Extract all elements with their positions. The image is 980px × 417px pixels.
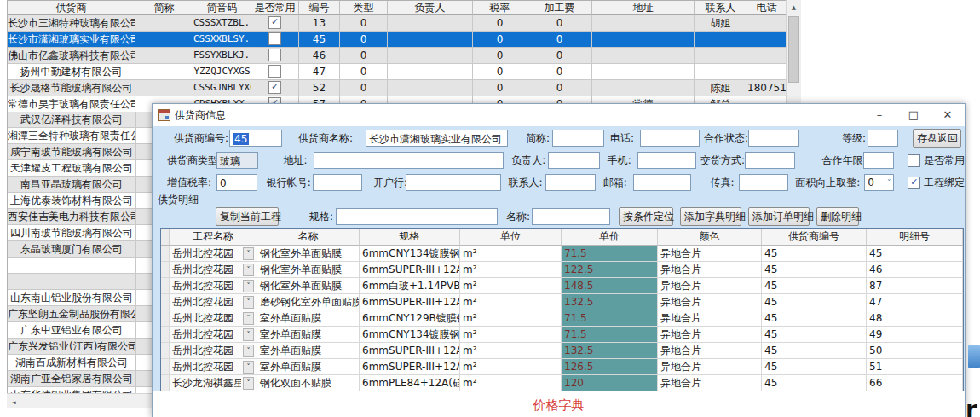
cell-price[interactable]: 148.5 xyxy=(562,278,658,294)
scroll-left-icon[interactable] xyxy=(7,395,20,407)
column-header[interactable]: 明细号 xyxy=(867,229,963,246)
detail-row[interactable]: 岳州北控花园 钢化室外单面贴膜 6mmSUPER-III+12A(硅... m²… xyxy=(161,262,963,278)
column-header[interactable]: 单价 xyxy=(562,229,658,246)
add-order-detail-button[interactable]: 添加订单明细 xyxy=(748,207,810,226)
column-header[interactable]: 工程名称 xyxy=(170,229,257,246)
grid-vertical-scrollbar[interactable] xyxy=(786,0,801,103)
project-combo-cell[interactable]: 岳州北控花园 xyxy=(170,246,257,262)
common-checkbox[interactable] xyxy=(268,16,281,29)
detail-row[interactable]: 长沙龙湖祺鑫星座 钢化双面不贴膜 6mmPLE84+12A(硅酮胶... m² … xyxy=(161,375,963,391)
supplier-row[interactable]: 广东坚朗五金制品股份有限公司 xyxy=(8,306,153,322)
supplier-name-input[interactable]: 长沙市潇湘玻璃实业有限公司 xyxy=(366,130,508,147)
round-up-select[interactable]: 0˅ xyxy=(864,174,894,191)
column-header[interactable]: 单位 xyxy=(460,229,562,246)
column-header[interactable]: 地址 xyxy=(592,1,695,15)
maximize-button[interactable]: □ xyxy=(896,104,931,126)
cell-price[interactable]: 120 xyxy=(562,375,658,391)
address-input[interactable] xyxy=(314,152,504,169)
dialog-titlebar[interactable]: 供货商信息 – □ ✕ xyxy=(153,104,965,126)
cell-price[interactable]: 71.5 xyxy=(562,246,658,262)
supplier-row[interactable]: 佛山市亿鑫玻璃科技有限公司 FSSYXBLKJ.. 46 0 0 0 xyxy=(8,48,787,64)
column-header[interactable]: 是否常用 xyxy=(251,1,299,15)
bank-account-input[interactable] xyxy=(313,174,362,191)
mobile-input[interactable] xyxy=(637,152,696,169)
add-dict-detail-button[interactable]: 添加字典明细 xyxy=(680,207,741,226)
supplier-row[interactable]: 湘潭三全特种玻璃有限责任公司 xyxy=(8,128,153,144)
common-checkbox[interactable] xyxy=(268,49,281,61)
project-combo-cell[interactable]: 岳州北控花园 xyxy=(170,327,257,343)
chevron-down-icon[interactable] xyxy=(243,328,254,341)
supplier-row[interactable]: 湖南广亚全铝家居有限公司 xyxy=(8,371,153,387)
supplier-row[interactable]: 长沙市潇湘玻璃实业有限公司 CSSXXBLSY.. 45 0 0 0 xyxy=(8,32,787,48)
supplier-row[interactable]: 湖南百成新材料有限公司 xyxy=(8,355,153,371)
supplier-row[interactable] xyxy=(8,258,153,274)
supplier-row[interactable] xyxy=(8,274,153,290)
project-combo-cell[interactable]: 岳州北控花园 xyxy=(170,278,257,294)
supplier-row[interactable]: 长沙晟格节能玻璃有限公司 CSSGJNBLYXGS 52 0 0 0 陈姐 18… xyxy=(8,80,787,96)
supplier-row[interactable]: 广东兴发铝业(江西)有限公司 xyxy=(8,339,153,355)
coop-status-input[interactable] xyxy=(748,130,799,147)
column-header[interactable]: 名称 xyxy=(257,229,360,246)
manager-input[interactable] xyxy=(548,152,599,169)
supplier-row[interactable]: 天津耀皮工程玻璃有限公司 xyxy=(8,160,153,177)
project-bind-checkbox[interactable] xyxy=(908,177,920,189)
detail-row[interactable]: 岳州北控花园 磨砂钢化室外单面贴膜 6mmSUPER-III+12A(硅... … xyxy=(161,294,963,310)
project-combo-cell[interactable]: 岳州北控花园 xyxy=(170,359,257,375)
column-header[interactable]: 简称 xyxy=(135,1,193,15)
chevron-down-icon[interactable] xyxy=(243,345,254,357)
delete-detail-button[interactable]: 删除明细 xyxy=(816,207,859,226)
column-header[interactable]: 颜色 xyxy=(658,229,762,246)
chevron-down-icon[interactable] xyxy=(243,247,254,260)
supplier-row[interactable]: 扬州中勤建材有限公司 YZZQJCYXGS 47 0 0 0 xyxy=(8,64,787,80)
cell-price[interactable]: 132.5 xyxy=(562,343,658,359)
project-combo-cell[interactable]: 岳州北控花园 xyxy=(170,343,257,359)
detail-row[interactable]: 岳州北控花园 钢化室外单面贴膜 6mmCNY134镀膜钢化 m² 71.5 异地… xyxy=(161,246,963,262)
chevron-down-icon[interactable] xyxy=(243,377,254,390)
contact-input[interactable] xyxy=(545,174,596,191)
email-input[interactable] xyxy=(633,174,691,191)
detail-row[interactable]: 岳州北控花园 室外单面贴膜 6mmSUPER-III+12A(硅... m² 1… xyxy=(161,343,963,359)
chevron-down-icon[interactable] xyxy=(243,312,254,325)
grade-input[interactable] xyxy=(868,130,898,147)
delivery-input[interactable] xyxy=(745,152,795,169)
column-header[interactable]: 联系人 xyxy=(695,1,747,15)
supplier-row[interactable]: 上海优泰装饰材料有限公司 xyxy=(8,193,153,209)
common-checkbox[interactable] xyxy=(268,32,281,45)
column-header[interactable]: 类型 xyxy=(340,1,388,15)
column-header[interactable]: 供货商 xyxy=(8,1,135,15)
scroll-up-icon[interactable] xyxy=(787,0,801,14)
cell-price[interactable]: 126.5 xyxy=(562,359,658,375)
supplier-type-input[interactable]: 玻璃 xyxy=(216,152,258,169)
common-checkbox[interactable] xyxy=(268,65,281,78)
cell-price[interactable]: 132.5 xyxy=(562,294,658,310)
supplier-row[interactable]: 山东华建铝业集团有限公司 xyxy=(8,387,153,393)
supplier-row[interactable]: 山东南山铝业股份有限公司 xyxy=(8,290,153,306)
chevron-down-icon[interactable] xyxy=(243,264,254,276)
supplier-row[interactable]: 西安佳吉美电力科技有限公司 xyxy=(8,209,153,225)
bank-input[interactable] xyxy=(406,174,501,191)
supplier-row[interactable]: 长沙市三湘特种玻璃有限公司 CSSSXTZBL.. 13 0 0 0 胡姐 xyxy=(8,15,787,32)
fax-input[interactable] xyxy=(739,174,788,191)
column-header[interactable]: 加工费 xyxy=(527,1,592,15)
grid-horizontal-scrollbar[interactable] xyxy=(7,393,152,408)
supplier-row[interactable]: 东晶玻璃厦门有限公司 xyxy=(8,241,153,258)
spec-filter-input[interactable] xyxy=(336,208,498,225)
locate-button[interactable]: 按条件定位 xyxy=(619,207,673,226)
column-header[interactable]: 税率 xyxy=(473,1,527,15)
column-header[interactable]: 规格 xyxy=(360,229,460,246)
project-combo-cell[interactable]: 岳州北控花园 xyxy=(170,310,257,327)
save-return-button[interactable]: 存盘返回 xyxy=(913,129,961,148)
detail-row[interactable]: 岳州北控花园 钢化室外单面贴膜 6mm白玻+1.14PVB+6mm... m² … xyxy=(161,278,963,294)
cell-price[interactable]: 71.5 xyxy=(562,310,658,327)
column-header[interactable]: 负责人 xyxy=(388,1,473,15)
chevron-down-icon[interactable] xyxy=(243,280,254,292)
detail-row[interactable]: 岳州北控花园 室外单面贴膜 6mmSUPER-III+12A(硅... m² 1… xyxy=(161,359,963,375)
minimize-button[interactable]: – xyxy=(862,104,896,126)
phone-input[interactable] xyxy=(640,130,700,147)
common-checkbox[interactable] xyxy=(268,81,281,94)
close-button[interactable]: ✕ xyxy=(931,104,965,126)
cell-price[interactable]: 71.5 xyxy=(562,327,658,343)
coop-years-input[interactable] xyxy=(863,152,894,169)
supplier-row[interactable]: 广东中亚铝业有限公司 xyxy=(8,322,153,339)
vat-input[interactable]: 0 xyxy=(216,174,257,191)
